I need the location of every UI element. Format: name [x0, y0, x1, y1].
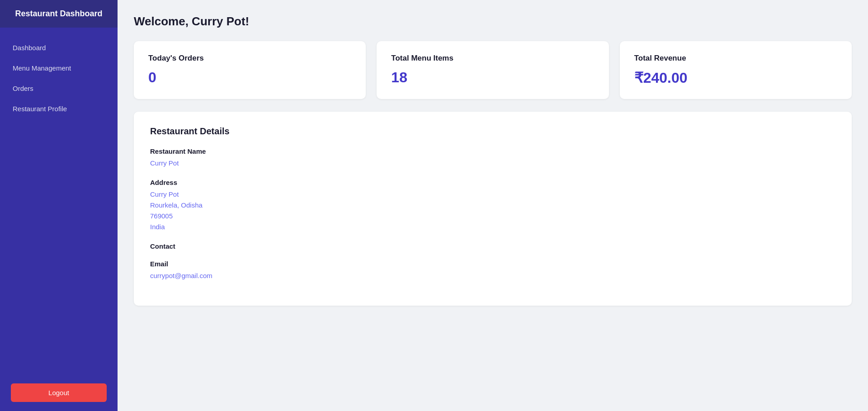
logout-button[interactable]: Logout [11, 383, 107, 402]
stat-label-0: Today's Orders [148, 54, 351, 63]
sidebar-nav: DashboardMenu ManagementOrdersRestaurant… [0, 28, 118, 374]
detail-label-0: Restaurant Name [150, 147, 835, 155]
details-fields: Restaurant NameCurry PotAddressCurry Pot… [150, 147, 835, 281]
sidebar-logout-section: Logout [0, 374, 118, 411]
sidebar-title: Restaurant Dashboard [0, 0, 118, 28]
page-heading: Welcome, Curry Pot! [134, 14, 852, 28]
detail-value-0: Curry Pot [150, 158, 835, 169]
detail-section-2: Contact [150, 242, 835, 250]
sidebar-item-restaurant-profile[interactable]: Restaurant Profile [0, 99, 118, 118]
stat-label-2: Total Revenue [634, 54, 837, 63]
stat-label-1: Total Menu Items [391, 54, 594, 63]
detail-label-1: Address [150, 179, 835, 186]
details-title: Restaurant Details [150, 126, 835, 137]
stat-card-1: Total Menu Items18 [377, 41, 609, 99]
detail-value-1: Curry Pot Rourkela, Odisha 769005 India [150, 189, 835, 232]
sidebar: Restaurant Dashboard DashboardMenu Manag… [0, 0, 118, 411]
detail-section-0: Restaurant NameCurry Pot [150, 147, 835, 169]
detail-section-1: AddressCurry Pot Rourkela, Odisha 769005… [150, 179, 835, 232]
details-card: Restaurant Details Restaurant NameCurry … [134, 112, 852, 306]
detail-value-3: currypot@gmail.com [150, 270, 835, 281]
stat-card-2: Total Revenue₹240.00 [620, 41, 852, 99]
detail-section-3: Emailcurrypot@gmail.com [150, 260, 835, 281]
main-content: Welcome, Curry Pot! Today's Orders0Total… [118, 0, 868, 411]
stat-value-0: 0 [148, 69, 351, 86]
stat-value-2: ₹240.00 [634, 69, 837, 86]
sidebar-item-orders[interactable]: Orders [0, 79, 118, 98]
stat-value-1: 18 [391, 69, 594, 86]
detail-label-2: Contact [150, 242, 835, 250]
stat-card-0: Today's Orders0 [134, 41, 366, 99]
sidebar-item-dashboard[interactable]: Dashboard [0, 38, 118, 57]
stats-row: Today's Orders0Total Menu Items18Total R… [134, 41, 852, 99]
sidebar-item-menu-management[interactable]: Menu Management [0, 59, 118, 77]
detail-label-3: Email [150, 260, 835, 268]
